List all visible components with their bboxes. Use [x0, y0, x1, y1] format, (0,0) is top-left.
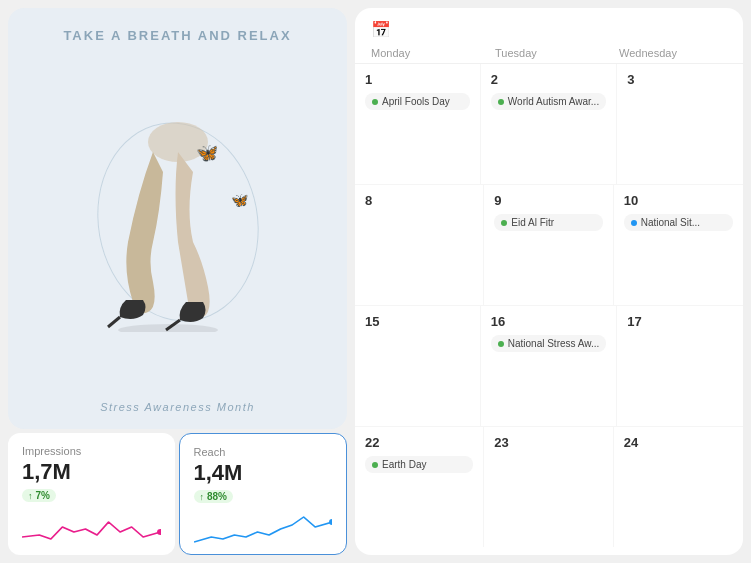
calendar-icon: 📅	[371, 20, 391, 39]
event-label: World Autism Awar...	[508, 96, 599, 107]
calendar-grid: 1 April Fools Day 2 World Autism Awar...…	[355, 64, 743, 547]
poster-subtitle: Stress Awareness Month	[100, 401, 255, 413]
svg-point-4	[157, 529, 160, 535]
event-label: Eid Al Fitr	[511, 217, 554, 228]
date-1: 1	[365, 72, 470, 87]
weekdays-row: Monday Tuesday Wednesday	[355, 47, 743, 64]
date-2: 2	[491, 72, 606, 87]
date-8: 8	[365, 193, 473, 208]
cell-15: 15	[355, 306, 481, 426]
date-15: 15	[365, 314, 470, 329]
event-national-stress[interactable]: National Stress Aw...	[491, 335, 607, 352]
impressions-label: Impressions	[22, 445, 161, 457]
event-april-fools[interactable]: April Fools Day	[365, 93, 470, 110]
impressions-value: 1,7M	[22, 459, 161, 485]
event-label: Earth Day	[382, 459, 426, 470]
weekday-monday: Monday	[363, 47, 487, 59]
calendar-panel: 📅 Monday Tuesday Wednesday 1 April Fools…	[355, 8, 743, 555]
impressions-arrow: ↑	[28, 491, 33, 501]
impressions-badge: ↑ 7%	[22, 489, 56, 502]
butterfly-icon-1: 🦋	[196, 142, 218, 164]
event-dot	[498, 99, 504, 105]
date-3: 3	[627, 72, 733, 87]
weekday-wednesday: Wednesday	[611, 47, 735, 59]
date-23: 23	[494, 435, 602, 450]
event-label: April Fools Day	[382, 96, 450, 107]
svg-point-5	[329, 519, 332, 525]
cell-3: 3	[617, 64, 743, 184]
calendar-week-4: 22 Earth Day 23 24	[355, 427, 743, 547]
impressions-pct: 7%	[36, 490, 50, 501]
reach-arrow: ↑	[200, 492, 205, 502]
reach-card: Reach 1,4M ↑ 88%	[179, 433, 348, 555]
event-world-autism[interactable]: World Autism Awar...	[491, 93, 606, 110]
cell-1: 1 April Fools Day	[355, 64, 481, 184]
cell-9: 9 Eid Al Fitr	[484, 185, 613, 305]
poster-image-area: 🦋 🦋	[24, 43, 331, 401]
poster-card: TAKE A BREATH AND RELAX	[8, 8, 347, 429]
svg-line-1	[108, 317, 120, 327]
cell-24: 24	[614, 427, 743, 547]
cell-8: 8	[355, 185, 484, 305]
event-label: National Stress Aw...	[508, 338, 600, 349]
event-label: National Sit...	[641, 217, 700, 228]
reach-sparkline	[194, 507, 333, 547]
event-dot	[372, 99, 378, 105]
reach-label: Reach	[194, 446, 333, 458]
reach-pct: 88%	[207, 491, 227, 502]
cell-2: 2 World Autism Awar...	[481, 64, 617, 184]
calendar-header: 📅	[355, 20, 743, 47]
event-dot	[498, 341, 504, 347]
cell-17: 17	[617, 306, 743, 426]
stats-row: Impressions 1,7M ↑ 7% Reach 1,4M ↑ 88%	[0, 433, 355, 563]
cell-16: 16 National Stress Aw...	[481, 306, 618, 426]
weekday-tuesday: Tuesday	[487, 47, 611, 59]
event-dot	[372, 462, 378, 468]
poster-title: TAKE A BREATH AND RELAX	[63, 28, 291, 43]
cell-22: 22 Earth Day	[355, 427, 484, 547]
event-earth-day[interactable]: Earth Day	[365, 456, 473, 473]
impressions-sparkline	[22, 506, 161, 547]
date-22: 22	[365, 435, 473, 450]
date-24: 24	[624, 435, 733, 450]
event-eid[interactable]: Eid Al Fitr	[494, 214, 602, 231]
calendar-week-1: 1 April Fools Day 2 World Autism Awar...…	[355, 64, 743, 185]
legs-illustration: 🦋 🦋	[78, 112, 278, 332]
impressions-card: Impressions 1,7M ↑ 7%	[8, 433, 175, 555]
event-dot	[631, 220, 637, 226]
cell-10: 10 National Sit...	[614, 185, 743, 305]
event-national-sit[interactable]: National Sit...	[624, 214, 733, 231]
date-16: 16	[491, 314, 607, 329]
left-panel: TAKE A BREATH AND RELAX	[0, 0, 355, 563]
reach-badge: ↑ 88%	[194, 490, 234, 503]
cell-23: 23	[484, 427, 613, 547]
event-dot	[501, 220, 507, 226]
butterfly-icon-2: 🦋	[231, 192, 248, 208]
date-10: 10	[624, 193, 733, 208]
calendar-week-3: 15 16 National Stress Aw... 17	[355, 306, 743, 427]
date-9: 9	[494, 193, 602, 208]
reach-value: 1,4M	[194, 460, 333, 486]
calendar-week-2: 8 9 Eid Al Fitr 10 National Sit...	[355, 185, 743, 306]
date-17: 17	[627, 314, 733, 329]
svg-point-3	[118, 324, 218, 332]
